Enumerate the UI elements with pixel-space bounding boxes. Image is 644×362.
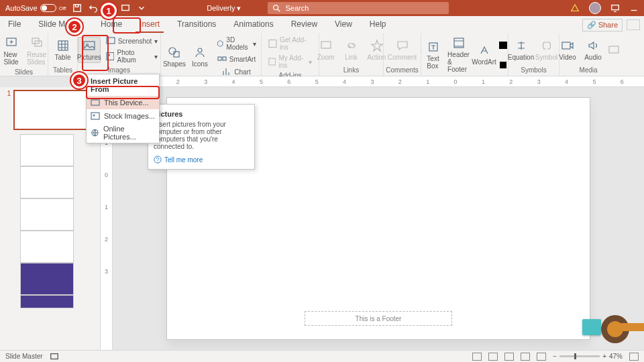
callout-1: 1: [101, 3, 117, 19]
minimize-icon[interactable]: [629, 3, 639, 13]
comments-pane-button[interactable]: [627, 19, 640, 30]
footer-placeholder[interactable]: This is a Footer: [305, 311, 452, 326]
comment-button: Comment: [388, 38, 417, 62]
tab-animations[interactable]: Animations: [229, 17, 277, 33]
account-avatar[interactable]: [589, 2, 601, 14]
text-box-button[interactable]: Text Box: [422, 39, 445, 71]
sorter-view-icon[interactable]: [504, 353, 514, 361]
group-links-label: Links: [319, 66, 383, 76]
fit-to-window-icon[interactable]: [629, 353, 639, 361]
pictures-button[interactable]: Pictures: [78, 37, 101, 63]
zoom-control[interactable]: − + 47%: [553, 353, 623, 360]
header-footer-button[interactable]: Header & Footer: [447, 35, 470, 74]
link-button: Link: [340, 38, 363, 62]
svg-rect-27: [609, 46, 619, 53]
floating-chip: [582, 319, 601, 335]
ribbon-insert: New Slide Reuse Slides Slides Table Tabl…: [0, 34, 644, 76]
dropdown-online-pictures[interactable]: Online Pictures...: [87, 123, 159, 143]
tab-help[interactable]: Help: [366, 17, 390, 33]
layout-thumbnail[interactable]: [20, 263, 74, 295]
svg-rect-17: [218, 57, 221, 60]
status-bar: Slide Master − + 47%: [0, 350, 644, 362]
svg-rect-25: [500, 62, 506, 68]
tab-home[interactable]: Home: [97, 17, 126, 33]
tab-transitions[interactable]: Transitions: [173, 17, 220, 33]
photo-album-button[interactable]: Photo Album ▾: [103, 48, 161, 65]
wordart-button[interactable]: WordArt: [473, 42, 496, 67]
smartart-button[interactable]: SmartArt: [214, 53, 259, 65]
stock-images-icon: [91, 111, 100, 121]
dropdown-this-device[interactable]: This Device...: [87, 96, 159, 109]
group-comments-label: Comments: [384, 66, 421, 76]
qat-more-icon[interactable]: [137, 3, 146, 13]
layout-thumbnail[interactable]: [20, 134, 74, 166]
status-view-label: Slide Master: [5, 353, 43, 360]
svg-rect-11: [107, 38, 115, 44]
group-symbols-label: Symbols: [508, 66, 559, 76]
searchbox[interactable]: Search: [268, 2, 449, 14]
tooltip-title: Pictures: [154, 110, 249, 118]
thumb-number: 1: [4, 90, 11, 97]
search-placeholder: Search: [285, 4, 309, 12]
notes-button[interactable]: [472, 353, 482, 361]
date-time-icon[interactable]: [498, 40, 508, 50]
online-pictures-icon: [91, 128, 99, 137]
layout-thumbnail[interactable]: [20, 166, 74, 198]
svg-rect-21: [321, 42, 331, 48]
accessibility-icon[interactable]: [50, 352, 59, 361]
layout-thumbnail[interactable]: [20, 295, 74, 308]
svg-rect-24: [499, 42, 507, 49]
3d-models-button[interactable]: 3D Models ▾: [214, 35, 259, 52]
reading-view-icon[interactable]: [521, 353, 530, 361]
tab-review[interactable]: Review: [287, 17, 321, 33]
ribbon-display-icon[interactable]: [610, 3, 620, 13]
video-button[interactable]: Video: [556, 38, 579, 62]
group-slides-label: Slides: [0, 68, 48, 77]
undo-icon[interactable]: [89, 3, 98, 13]
my-addins-button: My Add-ins ▾: [266, 53, 315, 70]
svg-rect-26: [562, 42, 570, 49]
slideshow-view-icon[interactable]: [537, 353, 546, 361]
tell-me-more-link[interactable]: Tell me more: [154, 156, 249, 164]
shapes-button[interactable]: Shapes: [163, 44, 186, 69]
table-button[interactable]: Table: [52, 38, 74, 62]
group-media-label: Media: [559, 66, 617, 76]
svg-point-16: [198, 48, 202, 52]
document-name[interactable]: Deliverly ▾: [207, 4, 241, 13]
zoom-out-icon[interactable]: −: [553, 353, 557, 360]
new-slide-button[interactable]: New Slide: [0, 35, 23, 67]
layout-thumbnail[interactable]: [20, 231, 74, 263]
svg-rect-28: [91, 100, 99, 105]
svg-rect-9: [84, 42, 95, 50]
audio-button[interactable]: Audio: [582, 38, 604, 62]
slide-number-icon[interactable]: [498, 50, 508, 60]
symbol-button: Symbol: [535, 38, 558, 62]
warning-icon[interactable]: [570, 3, 580, 13]
zoom-in-icon[interactable]: +: [602, 353, 606, 360]
horizontal-ruler: 0123456543210123456: [101, 76, 644, 87]
autosave-toggle[interactable]: AutoSave Off: [5, 4, 66, 12]
pictures-tooltip: Pictures Insert pictures from your compu…: [148, 104, 255, 170]
svg-rect-18: [223, 57, 226, 60]
start-from-beginning-icon[interactable]: [121, 3, 130, 13]
slide-thumbnail[interactable]: [13, 90, 87, 130]
tab-view[interactable]: View: [331, 17, 356, 33]
normal-view-icon[interactable]: [488, 353, 498, 361]
save-icon[interactable]: [72, 3, 82, 13]
icons-button[interactable]: Icons: [189, 44, 211, 69]
svg-rect-1: [76, 5, 78, 7]
equation-button[interactable]: Equation: [510, 38, 533, 62]
dropdown-stock-images[interactable]: Stock Images...: [87, 109, 159, 123]
share-button[interactable]: 🔗 Share: [582, 19, 623, 32]
zoom-slider[interactable]: [559, 355, 600, 357]
tab-file[interactable]: File: [4, 17, 25, 33]
screenshot-button[interactable]: Screenshot ▾: [103, 35, 161, 47]
callout-3: 3: [71, 72, 87, 88]
tab-insert[interactable]: Insert: [136, 17, 164, 33]
watermark-logo: [601, 315, 629, 343]
svg-rect-8: [58, 41, 68, 50]
layout-thumbnail[interactable]: [20, 198, 74, 231]
zoom-button: Zoom: [315, 38, 337, 62]
title-bar: AutoSave Off Deliverly ▾ Search: [0, 0, 644, 16]
object-icon[interactable]: [498, 60, 508, 70]
